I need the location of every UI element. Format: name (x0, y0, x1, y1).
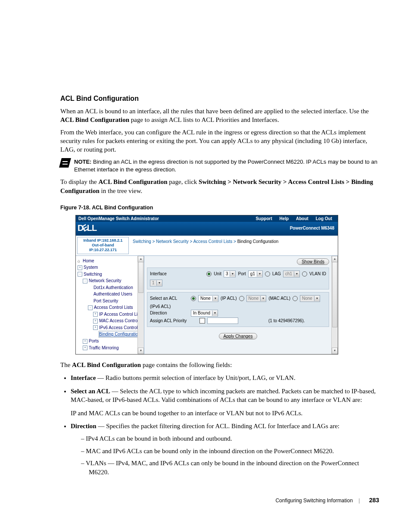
tree-item[interactable]: -Network Security (78, 277, 143, 284)
priority-checkbox[interactable] (199, 318, 205, 324)
tree-label[interactable]: Binding Configuration (99, 331, 141, 338)
ipv6-acl-radio[interactable] (293, 296, 298, 301)
collapse-icon[interactable]: - (78, 272, 82, 277)
text: — Selects the ACL type to which incoming… (71, 388, 376, 404)
mac-acl-label: (MAC ACL) (268, 296, 290, 301)
tree-item[interactable]: +IPv6 Access Control Lists (78, 324, 143, 331)
about-link[interactable]: About (296, 216, 308, 221)
main-scrollbar[interactable]: ▴ ▾ (331, 256, 338, 354)
tree-item[interactable]: +MAC Access Control Lists (78, 317, 143, 324)
show-binds-button[interactable]: Show Binds (297, 258, 329, 265)
tree-item[interactable]: Dot1x Authentication (78, 284, 143, 291)
lag-label: LAG (272, 271, 281, 276)
tree-item[interactable]: +Ports (78, 338, 143, 345)
expand-icon[interactable]: + (83, 339, 87, 344)
chevron-down-icon: ▾ (212, 296, 218, 301)
paragraph-1: When an ACL is bound to an interface, al… (60, 107, 381, 124)
expand-icon[interactable]: + (78, 265, 82, 270)
tree-scrollbar[interactable]: ▴ ▾ (137, 256, 144, 354)
ip-acl-radio[interactable] (191, 296, 196, 301)
ipv6-acl-label: (IPv6 ACL) (150, 304, 171, 309)
field-term-select-acl: Select an ACL (71, 388, 110, 395)
logout-link[interactable]: Log Out (316, 216, 332, 221)
breadcrumb-item[interactable]: Network Security (156, 239, 189, 244)
port-label: Port (238, 271, 246, 276)
tree-item[interactable]: +IP Access Control Lists (78, 311, 143, 318)
vlan-select[interactable]: 1▾ (150, 280, 162, 286)
inband-ip: Inband IP:192.168.2.1 (79, 238, 127, 243)
note-block: NOTE: Binding an ACL in the egress direc… (60, 158, 381, 173)
expand-icon[interactable]: + (83, 345, 87, 350)
priority-label: Assign ACL Priority (150, 318, 197, 323)
emphasis: ACL Bind Configuration (60, 116, 129, 123)
tree-label[interactable]: Authenticated Users (93, 292, 132, 296)
mac-acl-radio[interactable] (239, 296, 244, 301)
tree-label[interactable]: Switching (84, 272, 102, 277)
tree-label[interactable]: Port Security (93, 299, 118, 303)
tree-label[interactable]: Network Security (89, 278, 121, 283)
scroll-thumb[interactable] (332, 262, 337, 327)
scroll-down-icon[interactable]: ▾ (332, 348, 338, 354)
scroll-thumb[interactable] (138, 262, 143, 293)
note-label: NOTE: (74, 159, 91, 165)
text: The (60, 361, 72, 368)
tree-item[interactable]: Port Security (78, 298, 143, 305)
ipv6-acl-select[interactable]: None▾ (300, 295, 320, 302)
scroll-up-icon[interactable]: ▴ (138, 256, 144, 262)
tree-label[interactable]: Ports (89, 339, 99, 343)
interface-label: Interface (150, 271, 189, 276)
unit-select[interactable]: 3▾ (224, 271, 236, 277)
expand-icon[interactable]: + (93, 312, 98, 317)
screenshot-figure: Dell OpenManage Switch Administrator Sup… (75, 215, 338, 355)
lag-radio[interactable] (265, 271, 270, 277)
chevron-down-icon: ▾ (257, 271, 262, 277)
direction-select[interactable]: In Bound▾ (191, 310, 218, 317)
scroll-up-icon[interactable]: ▴ (332, 256, 338, 262)
lag-select[interactable]: ch1▾ (283, 271, 300, 277)
expand-icon[interactable]: + (93, 319, 98, 324)
breadcrumb-item[interactable]: Access Control Lists (193, 239, 233, 244)
help-link[interactable]: Help (280, 216, 289, 221)
mac-acl-select[interactable]: None▾ (246, 295, 267, 302)
tree-item[interactable]: -Access Control Lists (78, 304, 143, 311)
priority-input[interactable] (207, 317, 238, 324)
note-text: NOTE: Binding an ACL in the egress direc… (74, 158, 381, 173)
scroll-down-icon[interactable]: ▾ (138, 348, 144, 354)
note-icon (59, 158, 71, 168)
apply-changes-button[interactable]: Apply Changes (219, 333, 258, 339)
unit-label: Unit (214, 271, 221, 276)
unit-radio[interactable] (206, 271, 212, 277)
tree-item[interactable]: -Switching (78, 271, 143, 278)
vlan-radio[interactable] (302, 271, 307, 277)
tree-item[interactable]: Authenticated Users (78, 291, 143, 298)
tree-item[interactable]: ⌂Home (78, 258, 143, 264)
support-link[interactable]: Support (255, 216, 272, 221)
acl-panel: Select an ACL None▾ (IP ACL) None▾ (MAC … (147, 292, 329, 327)
chevron-down-icon: ▾ (230, 271, 235, 277)
tree-item[interactable]: Binding Configuration (78, 331, 143, 338)
tree-label[interactable]: System (84, 265, 98, 270)
ip-acl-select[interactable]: None▾ (198, 295, 218, 302)
text: When an ACL is bound to an interface, al… (60, 108, 369, 115)
collapse-icon[interactable]: - (88, 305, 93, 310)
collapse-icon[interactable]: - (83, 279, 87, 283)
list-item: IPv4 ACLs can be bound in both inbound a… (81, 434, 381, 443)
breadcrumb-item[interactable]: Switching (133, 239, 151, 244)
outofband-ip: Out-of-band IP:10.27.22.171 (79, 243, 127, 253)
section-title: ACL Bind Configuration (60, 95, 381, 103)
priority-range: (1 to 4294967296). (268, 318, 305, 323)
text: — Radio buttons permit selection of inte… (96, 374, 295, 381)
port-select[interactable]: g1▾ (248, 271, 263, 277)
tree-label[interactable]: Traffic Mirroring (89, 345, 118, 350)
expand-icon[interactable]: + (93, 325, 98, 330)
tree-item[interactable]: +Traffic Mirroring (78, 345, 143, 352)
nav-tree: ⌂Home+System-Switching-Network SecurityD… (76, 256, 144, 354)
tree-item[interactable]: +System (78, 264, 143, 271)
list-item: MAC and IPv6 ACLs can be bound only in t… (81, 447, 381, 456)
tree-label[interactable]: Dot1x Authentication (93, 285, 133, 290)
paragraph-2: From the Web interface, you can configur… (60, 128, 381, 154)
field-term-interface: Interface (71, 374, 96, 381)
tree-label[interactable]: IP Access Control Lists (99, 312, 143, 317)
tree-label[interactable]: Home (83, 258, 94, 263)
tree-label[interactable]: Access Control Lists (94, 305, 133, 310)
